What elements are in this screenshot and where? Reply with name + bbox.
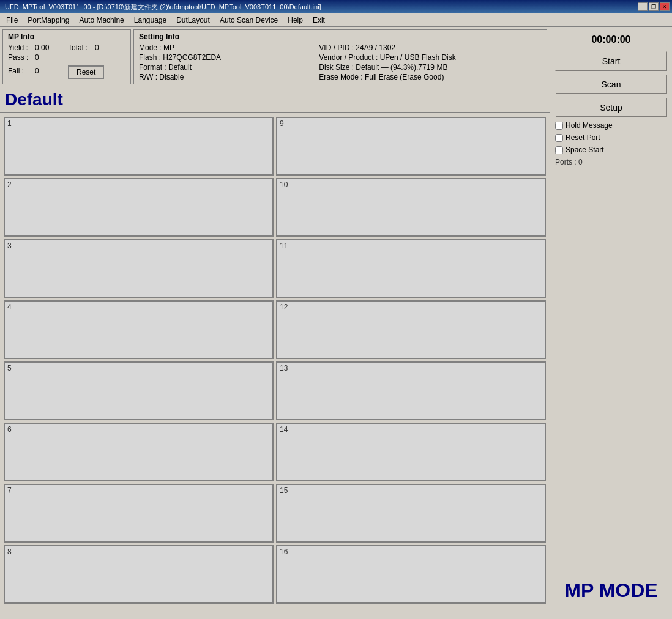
menu-item-help[interactable]: Help: [283, 15, 308, 26]
port-number-2: 2: [7, 180, 12, 189]
port-number-15: 15: [280, 486, 288, 495]
start-button[interactable]: Start: [555, 51, 667, 71]
port-number-6: 6: [7, 425, 12, 434]
ports-count-label: Ports : 0: [555, 158, 667, 166]
right-panel: 00:00:00 Start Scan Setup Hold Message R…: [550, 27, 672, 619]
menu-item-language[interactable]: Language: [129, 15, 171, 26]
erasemode-item: Erase Mode : Full Erase (Erase Good): [319, 73, 542, 81]
port-cell-8[interactable]: 8: [4, 545, 274, 604]
fail-label: Fail :: [8, 67, 32, 75]
port-cell-16[interactable]: 16: [276, 545, 546, 604]
port-cell-7[interactable]: 7: [4, 484, 274, 543]
port-number-5: 5: [7, 364, 12, 373]
port-number-11: 11: [280, 242, 288, 250]
menu-bar: FilePortMappingAuto MachineLanguageDutLa…: [0, 13, 672, 27]
hold-message-label: Hold Message: [566, 121, 613, 130]
port-cell-14[interactable]: 14: [276, 423, 546, 481]
total-label: Total :: [68, 43, 92, 52]
port-number-7: 7: [7, 486, 12, 495]
port-cell-1[interactable]: 1: [4, 117, 274, 176]
port-cell-11[interactable]: 11: [276, 239, 546, 298]
port-number-13: 13: [280, 364, 288, 373]
setting-info-box: Setting Info Mode : MP VID / PID : 24A9 …: [133, 29, 547, 84]
reset-port-label: Reset Port: [566, 133, 600, 142]
hold-message-row: Hold Message: [555, 121, 667, 130]
setup-button[interactable]: Setup: [555, 98, 667, 117]
fail-value: 0: [35, 67, 65, 75]
space-start-row: Space Start: [555, 146, 667, 154]
port-number-10: 10: [280, 180, 288, 189]
menu-item-auto-scan-device[interactable]: Auto Scan Device: [215, 15, 283, 26]
port-cell-10[interactable]: 10: [276, 178, 546, 237]
menu-item-exit[interactable]: Exit: [308, 15, 330, 26]
port-cell-13[interactable]: 13: [276, 361, 546, 420]
port-number-14: 14: [280, 425, 288, 434]
title-text: UFD_MPTool_V003T011_00 - [D:\0710\新建文件夹 …: [2, 2, 638, 12]
format-item: Format : Default: [139, 63, 307, 72]
reset-port-row: Reset Port: [555, 133, 667, 142]
mode-item: Mode : MP: [139, 43, 307, 52]
pass-value: 0: [35, 53, 65, 62]
flash-item: Flash : H27QCG8T2EDA: [139, 53, 307, 62]
yield-label: Yield :: [8, 43, 32, 52]
setting-grid: Mode : MP VID / PID : 24A9 / 1302 Flash …: [139, 43, 542, 81]
port-number-16: 16: [280, 547, 288, 556]
port-number-12: 12: [280, 303, 288, 311]
port-number-3: 3: [7, 242, 12, 250]
mp-info-title: MP Info: [8, 32, 125, 41]
main-content: MP Info Yield : 0.00 Total : 0 Pass : 0 …: [0, 27, 672, 619]
restore-button[interactable]: ❐: [649, 2, 659, 11]
port-number-8: 8: [7, 547, 12, 556]
vendor-item: Vendor / Product : UPen / USB Flash Disk: [319, 53, 542, 62]
mp-mode-label: MP MODE: [555, 567, 667, 614]
space-start-checkbox[interactable]: [555, 146, 563, 154]
disksize-item: Disk Size : Default — (94.3%),7719 MB: [319, 63, 542, 72]
minimize-button[interactable]: —: [638, 2, 648, 11]
port-number-9: 9: [280, 119, 284, 128]
menu-item-portmapping[interactable]: PortMapping: [23, 15, 74, 26]
port-cell-9[interactable]: 9: [276, 117, 546, 176]
port-grid: 19210311412513614715816: [1, 114, 548, 606]
port-cell-15[interactable]: 15: [276, 484, 546, 543]
menu-item-auto-machine[interactable]: Auto Machine: [74, 15, 129, 26]
port-cell-5[interactable]: 5: [4, 361, 274, 420]
vidpid-item: VID / PID : 24A9 / 1302: [319, 43, 542, 52]
default-label: Default: [0, 87, 550, 113]
yield-row: Yield : 0.00 Total : 0: [8, 43, 125, 52]
menu-item-dutlayout[interactable]: DutLayout: [171, 15, 215, 26]
rw-item: R/W : Disable: [139, 73, 307, 81]
port-cell-12[interactable]: 12: [276, 300, 546, 359]
port-cell-3[interactable]: 3: [4, 239, 274, 298]
space-start-label: Space Start: [566, 146, 604, 154]
port-number-4: 4: [7, 303, 12, 311]
title-buttons: — ❐ ✕: [638, 2, 670, 11]
setting-info-title: Setting Info: [139, 32, 542, 41]
mp-info-box: MP Info Yield : 0.00 Total : 0 Pass : 0 …: [2, 29, 131, 84]
left-panel: MP Info Yield : 0.00 Total : 0 Pass : 0 …: [0, 27, 550, 619]
title-bar: UFD_MPTool_V003T011_00 - [D:\0710\新建文件夹 …: [0, 0, 672, 13]
pass-row: Pass : 0: [8, 53, 125, 62]
yield-value: 0.00: [35, 43, 65, 52]
scan-button[interactable]: Scan: [555, 75, 667, 94]
fail-row: Fail : 0 Reset: [8, 63, 125, 79]
timer-display: 00:00:00: [555, 32, 667, 48]
reset-port-checkbox[interactable]: [555, 134, 563, 142]
port-cell-6[interactable]: 6: [4, 423, 274, 481]
reset-button[interactable]: Reset: [68, 65, 104, 79]
port-number-1: 1: [7, 119, 12, 128]
total-value: 0: [95, 43, 125, 52]
hold-message-checkbox[interactable]: [555, 122, 563, 130]
close-button[interactable]: ✕: [660, 2, 670, 11]
info-row: MP Info Yield : 0.00 Total : 0 Pass : 0 …: [0, 27, 550, 87]
pass-label: Pass :: [8, 53, 32, 62]
port-cell-4[interactable]: 4: [4, 300, 274, 359]
menu-item-file[interactable]: File: [1, 15, 23, 26]
port-cell-2[interactable]: 2: [4, 178, 274, 237]
port-grid-container: 19210311412513614715816: [0, 113, 550, 619]
